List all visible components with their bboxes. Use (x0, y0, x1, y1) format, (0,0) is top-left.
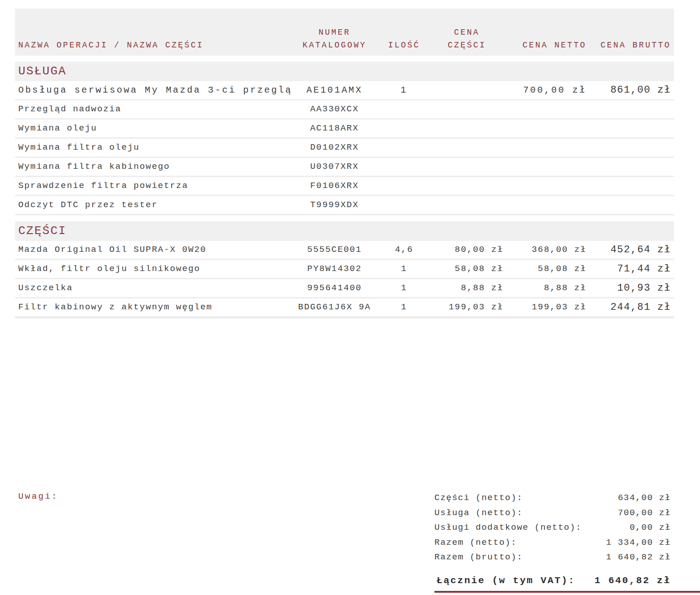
qty-cell: 1 (378, 260, 430, 278)
operation-name-cell: Wymiana filtra kabinowego (15, 158, 291, 176)
table-row: Wymiana olejuAC118ARX (15, 120, 674, 139)
qty-cell (378, 158, 430, 176)
catalog-number-cell: 5555CE001 (291, 241, 378, 259)
gross-price-cell (586, 158, 674, 176)
table-header-row: NAZWA OPERACJI / NAZWA CZĘŚCI NUMER KATA… (15, 9, 674, 56)
header-quantity: ILOŚĆ (378, 39, 430, 56)
summary-label: Razem (brutto): (434, 550, 523, 565)
table-section: USŁUGAObsługa serwisowa My Mazda 3-ci pr… (15, 62, 674, 215)
total-label: Łącznie (w tym VAT): (437, 574, 575, 588)
net-price-cell (503, 158, 586, 176)
catalog-number-cell: U0307XRX (291, 158, 378, 176)
table-row: Mazda Original Oil SUPRA-X 0W205555CE001… (15, 241, 674, 260)
gross-price-cell: 861,00 zł (586, 81, 674, 99)
gross-price-cell: 71,44 zł (586, 260, 674, 278)
qty-cell (378, 100, 430, 118)
catalog-number-cell: F0106XRX (291, 177, 378, 195)
net-price-cell: 368,00 zł (503, 241, 586, 259)
gross-price-cell (586, 177, 674, 195)
operation-name-cell: Uszczelka (15, 279, 291, 297)
summary-label: Razem (netto): (434, 535, 517, 550)
net-price-cell: 700,00 zł (503, 81, 586, 99)
table-row: Obsługa serwisowa My Mazda 3-ci przegląd… (15, 81, 674, 100)
gross-price-cell (586, 100, 674, 118)
table-row: Wymiana filtra kabinowegoU0307XRX (15, 158, 674, 177)
header-net-price: CENA NETTO (503, 39, 586, 56)
qty-cell (378, 139, 430, 157)
operation-name-cell: Przegląd nadwozia (15, 100, 291, 118)
summary-label: Usługa (netto): (434, 506, 523, 521)
catalog-number-cell: 995641400 (291, 279, 378, 297)
part-price-cell: 199,03 zł (430, 298, 503, 316)
part-price-cell (430, 100, 503, 118)
summary-row: Usługi dodatkowe (netto):0,00 zł (434, 520, 674, 535)
catalog-number-cell: D0102XRX (291, 139, 378, 157)
operation-name-cell: Sprawdzenie filtra powietrza (15, 177, 291, 195)
qty-cell (378, 120, 430, 137)
part-price-cell: 80,00 zł (430, 241, 503, 259)
operation-name-cell: Odczyt DTC przez tester (15, 196, 291, 214)
gross-price-cell (586, 196, 674, 214)
operation-name-cell: Obsługa serwisowa My Mazda 3-ci przegląd (15, 81, 291, 99)
catalog-number-cell: T9999XDX (291, 196, 378, 214)
part-price-cell (430, 139, 503, 157)
summary-rows: Części (netto):634,00 złUsługa (netto):7… (434, 491, 674, 565)
net-price-cell (503, 139, 586, 157)
catalog-number-cell: AC118ARX (291, 120, 378, 137)
catalog-number-cell: PY8W14302 (291, 260, 378, 278)
table-row: Uszczelka99564140018,88 zł8,88 zł10,93 z… (15, 279, 674, 298)
summary-row: Części (netto):634,00 zł (434, 491, 674, 506)
gross-price-cell: 10,93 zł (586, 279, 674, 297)
header-part-price-line1: CENA (430, 26, 503, 39)
operation-name-cell: Mazda Original Oil SUPRA-X 0W20 (15, 241, 291, 259)
gross-price-cell (586, 139, 674, 157)
header-catalog-number-line1: NUMER (291, 26, 378, 39)
header-catalog-number: NUMER KATALOGOWY (291, 26, 378, 56)
section-title: CZĘŚCI (18, 224, 67, 238)
summary-row: Razem (netto):1 334,00 zł (434, 535, 674, 550)
part-price-cell: 58,08 zł (430, 260, 503, 278)
section-title-band: USŁUGA (15, 62, 674, 81)
section-title-band: CZĘŚCI (15, 221, 674, 241)
total-value: 1 640,82 zł (595, 574, 671, 588)
summary-row: Razem (brutto):1 640,82 zł (434, 550, 674, 565)
operation-name-cell: Wymiana oleju (15, 120, 291, 137)
gross-price-cell: 244,81 zł (586, 298, 674, 316)
items-table: NAZWA OPERACJI / NAZWA CZĘŚCI NUMER KATA… (15, 9, 674, 318)
footer-area: Uwagi: Części (netto):634,00 złUsługa (n… (15, 491, 674, 593)
catalog-number-cell: AA330XCX (291, 100, 378, 118)
qty-cell: 1 (378, 279, 430, 297)
qty-cell: 4,6 (378, 241, 430, 259)
net-price-cell (503, 100, 586, 118)
summary-label: Usługi dodatkowe (netto): (434, 520, 582, 535)
net-price-cell (503, 196, 586, 214)
part-price-cell (430, 81, 503, 99)
summary-panel: Części (netto):634,00 złUsługa (netto):7… (434, 491, 674, 593)
operation-name-cell: Wymiana filtra oleju (15, 139, 291, 157)
table-row: Wkład, filtr oleju silnikowegoPY8W143021… (15, 260, 674, 279)
net-price-cell (503, 120, 586, 137)
qty-cell (378, 196, 430, 214)
header-gross-price: CENA BRUTTO (586, 39, 674, 56)
section-title: USŁUGA (18, 64, 67, 78)
header-part-price-line2: CZĘŚCI (430, 39, 503, 52)
qty-cell (378, 177, 430, 195)
summary-value: 1 334,00 zł (606, 535, 671, 550)
operation-name-cell: Wkład, filtr oleju silnikowego (15, 260, 291, 278)
table-row: Filtr kabinowy z aktywnym węglemBDGG61J6… (15, 298, 674, 318)
table-section: CZĘŚCIMazda Original Oil SUPRA-X 0W20555… (15, 221, 674, 318)
part-price-cell (430, 196, 503, 214)
catalog-number-cell: AE101AMX (291, 81, 378, 99)
table-row: Przegląd nadwoziaAA330XCX (15, 100, 674, 120)
notes-label: Uwagi: (18, 491, 58, 501)
summary-row: Usługa (netto):700,00 zł (434, 506, 674, 521)
part-price-cell (430, 158, 503, 176)
header-operation-name: NAZWA OPERACJI / NAZWA CZĘŚCI (15, 39, 291, 56)
total-underline (434, 591, 700, 593)
header-part-price: CENA CZĘŚCI (430, 26, 503, 56)
table-row: Wymiana filtra olejuD0102XRX (15, 139, 674, 158)
summary-value: 700,00 zł (618, 506, 671, 521)
table-row: Sprawdzenie filtra powietrzaF0106XRX (15, 177, 674, 196)
service-order-page: NAZWA OPERACJI / NAZWA CZĘŚCI NUMER KATA… (0, 9, 700, 595)
table-body: USŁUGAObsługa serwisowa My Mazda 3-ci pr… (15, 62, 674, 318)
